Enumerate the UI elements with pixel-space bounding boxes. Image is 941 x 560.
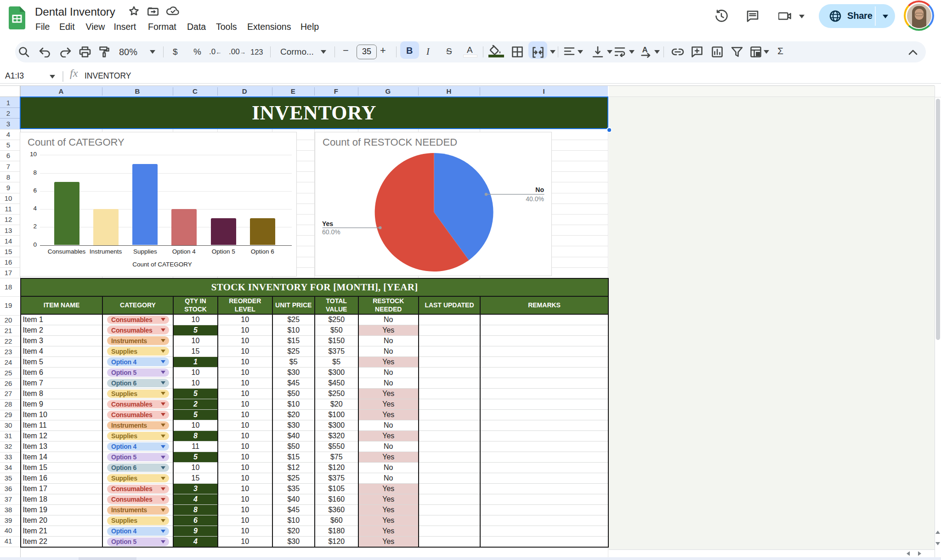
svg-text:A: A xyxy=(642,45,648,54)
